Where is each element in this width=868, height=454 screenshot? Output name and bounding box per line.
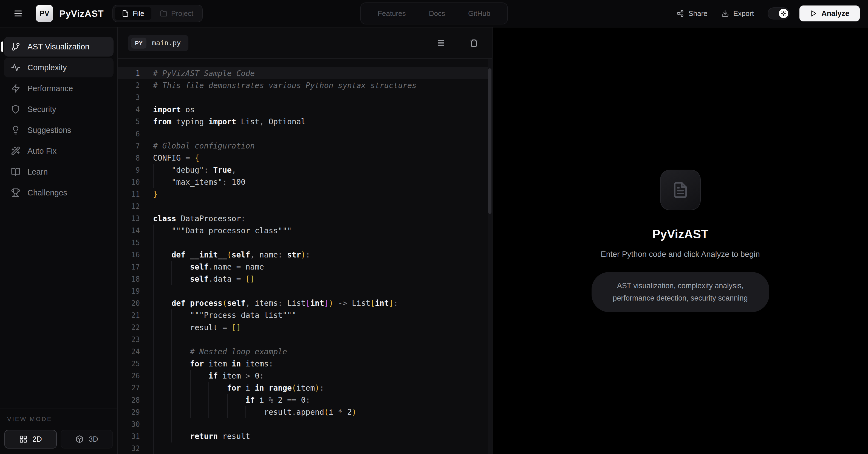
sidebar-item-auto-fix[interactable]: Auto Fix xyxy=(4,141,114,161)
code-token: # Nested loop example xyxy=(190,347,287,356)
code-line[interactable]: 19 xyxy=(118,285,492,297)
code-line[interactable]: 16 def __init__(self, name: str): xyxy=(118,249,492,261)
indent-guide xyxy=(209,406,209,418)
sidebar-item-complexity[interactable]: Complexity xyxy=(4,58,114,77)
sun-icon xyxy=(780,10,786,17)
code-token: in xyxy=(232,359,241,368)
activity-icon xyxy=(11,63,20,72)
sidebar-item-security[interactable]: Security xyxy=(4,100,114,119)
clear-code-button[interactable] xyxy=(469,39,478,48)
indent-guide xyxy=(153,297,154,309)
sidebar-item-learn[interactable]: Learn xyxy=(4,162,114,182)
editor-scrollbar-thumb[interactable] xyxy=(488,68,492,214)
code-line[interactable]: 6 xyxy=(118,127,492,140)
code-line[interactable]: 15 xyxy=(118,236,492,249)
app-title: PyVizAST xyxy=(59,8,104,19)
line-number: 13 xyxy=(118,215,140,223)
code-line[interactable]: 23 xyxy=(118,334,492,346)
editor-tab-actions xyxy=(437,39,478,48)
code-line[interactable]: 4import os xyxy=(118,104,492,116)
align-justify-icon xyxy=(437,39,445,48)
format-code-button[interactable] xyxy=(437,39,445,48)
code-line[interactable]: 12 xyxy=(118,200,492,212)
code-line[interactable]: 20 def process(self, items: List[int]) -… xyxy=(118,297,492,309)
share-button[interactable]: Share xyxy=(676,9,707,18)
code-line[interactable]: 3 xyxy=(118,91,492,104)
code-line[interactable]: 27 for i in range(item): xyxy=(118,382,492,394)
code-line[interactable]: 9 "debug": True, xyxy=(118,164,492,176)
file-tab-main-py[interactable]: PY main.py xyxy=(128,35,188,51)
code-line[interactable]: 21 """Process data list""" xyxy=(118,309,492,321)
code-token: process xyxy=(190,299,222,308)
sidebar-item-challenges[interactable]: Challenges xyxy=(4,183,114,203)
code-token: List xyxy=(236,117,259,126)
code-line[interactable]: 14 """Data processor class""" xyxy=(118,225,492,236)
export-button[interactable]: Export xyxy=(721,9,754,18)
menu-button[interactable] xyxy=(13,8,23,19)
code-line[interactable]: 26 if item > 0: xyxy=(118,370,492,382)
code-token: items xyxy=(241,359,269,368)
export-label: Export xyxy=(733,9,754,18)
view-mode-2d-button[interactable]: 2D xyxy=(4,430,57,449)
code-token: > xyxy=(245,371,250,380)
indent-guide xyxy=(190,406,191,418)
code-line[interactable]: 30 xyxy=(118,418,492,430)
project-mode-button[interactable]: Project xyxy=(153,7,200,20)
nav-item-docs[interactable]: Docs xyxy=(429,9,445,18)
line-content: """Data processor class""" xyxy=(153,225,292,236)
code-line[interactable]: 2# This file demonstrates various Python… xyxy=(118,79,492,91)
code-line[interactable]: 11} xyxy=(118,188,492,200)
indent-guide xyxy=(153,358,154,370)
sidebar-item-label: Security xyxy=(27,105,56,114)
analyze-button[interactable]: Analyze xyxy=(800,5,860,21)
code-line[interactable]: 13class DataProcessor: xyxy=(118,212,492,225)
code-token: [] xyxy=(232,323,241,332)
nav-item-github[interactable]: GitHub xyxy=(468,9,490,18)
code-line[interactable]: 29 result.append(i * 2) xyxy=(118,406,492,418)
header-actions: Share Export Analyze xyxy=(676,5,860,21)
code-line[interactable]: 8CONFIG = { xyxy=(118,152,492,164)
line-number: 21 xyxy=(118,311,140,319)
code-line[interactable]: 7# Global configuration xyxy=(118,140,492,152)
code-token xyxy=(297,396,301,405)
sidebar-item-suggestions[interactable]: Suggestions xyxy=(4,120,114,140)
line-number: 2 xyxy=(118,81,140,89)
theme-toggle[interactable] xyxy=(768,7,789,20)
code-token: "debug" xyxy=(172,166,204,175)
sidebar-item-label: Challenges xyxy=(27,188,67,197)
code-line[interactable]: 25 for item in items: xyxy=(118,358,492,370)
share-label: Share xyxy=(688,9,707,18)
code-line[interactable]: 18 self.data = [] xyxy=(118,273,492,285)
indent-guide xyxy=(153,249,154,261)
code-token xyxy=(209,166,213,175)
code-token: : xyxy=(222,178,227,187)
view-mode-buttons: 2D3D xyxy=(4,430,113,449)
editor-scrollbar[interactable] xyxy=(488,59,492,454)
line-number: 7 xyxy=(118,142,140,150)
code-line[interactable]: 31 return result xyxy=(118,430,492,443)
indent-guide xyxy=(190,394,191,406)
code-line[interactable]: 32 xyxy=(118,443,492,454)
code-token: self xyxy=(227,299,245,308)
indent-guide xyxy=(153,430,154,443)
indent-guide xyxy=(153,261,154,273)
code-line[interactable]: 17 self.name = name xyxy=(118,261,492,273)
view-mode-3d-button[interactable]: 3D xyxy=(61,430,113,449)
sidebar: AST VisualizationComplexityPerformanceSe… xyxy=(0,27,118,454)
line-number: 29 xyxy=(118,408,140,417)
sidebar-item-ast-visualization[interactable]: AST Visualization xyxy=(4,37,114,57)
code-line[interactable]: 24 # Nested loop example xyxy=(118,346,492,358)
file-mode-button[interactable]: File xyxy=(115,7,151,20)
indent-guide xyxy=(172,321,172,334)
code-line[interactable]: 5from typing import List, Optional xyxy=(118,116,492,127)
code-line[interactable]: 22 result = [] xyxy=(118,321,492,334)
code-line[interactable]: 1# PyVizAST Sample Code xyxy=(118,67,492,79)
code-area[interactable]: 1# PyVizAST Sample Code2# This file demo… xyxy=(118,59,492,454)
line-content: # Nested loop example xyxy=(153,346,287,358)
code-line[interactable]: 10 "max_items": 100 xyxy=(118,176,492,188)
header: PV PyVizAST File Project FeaturesDocsGit… xyxy=(0,0,868,27)
code-token xyxy=(153,250,172,259)
code-line[interactable]: 28 if i % 2 == 0: xyxy=(118,394,492,406)
nav-item-features[interactable]: Features xyxy=(378,9,406,18)
sidebar-item-performance[interactable]: Performance xyxy=(4,79,114,98)
